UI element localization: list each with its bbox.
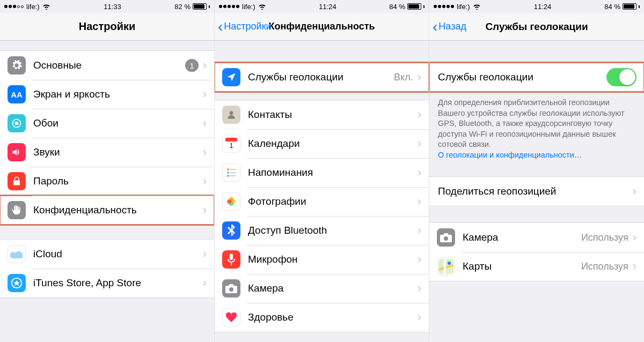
text-size-icon: AA: [8, 85, 26, 103]
chevron-left-icon: ‹: [218, 19, 223, 34]
cloud-icon: [8, 245, 26, 263]
chevron-right-icon: ›: [633, 184, 636, 198]
privacy-link[interactable]: О геолокации и конфиденциальности…: [438, 151, 582, 159]
wallpaper-icon: [8, 114, 26, 132]
wifi-icon: [473, 4, 481, 10]
row-sounds[interactable]: Звуки ›: [0, 138, 214, 167]
row-label: Поделиться геопозицией: [438, 185, 633, 197]
row-passcode[interactable]: Пароль ›: [0, 167, 214, 196]
row-reminders[interactable]: Напоминания ›: [215, 158, 429, 187]
row-icloud[interactable]: iCloud ›: [0, 240, 214, 269]
lock-icon: [8, 172, 26, 190]
row-location-services[interactable]: Службы геолокации Вкл. ›: [215, 63, 429, 92]
row-calendars[interactable]: 1 Календари ›: [215, 129, 429, 158]
row-label: Здоровье: [248, 311, 418, 323]
camera-icon: [222, 279, 240, 298]
carrier-label: life:): [457, 3, 470, 11]
calendar-icon: 1: [222, 135, 240, 153]
svg-point-16: [227, 199, 231, 204]
chevron-right-icon: ›: [203, 58, 207, 72]
svg-point-9: [227, 175, 229, 177]
row-label: Календари: [248, 138, 418, 150]
location-list: Службы геолокации Для определения прибли…: [429, 41, 644, 342]
chevron-right-icon: ›: [418, 166, 421, 180]
row-general[interactable]: Основные 1 ›: [0, 51, 214, 80]
chevron-right-icon: ›: [203, 276, 207, 290]
svg-text:1: 1: [230, 142, 233, 150]
screen-location-services: life:) 11:24 84 % ‹ Назад Службы геолока…: [429, 0, 644, 342]
row-microphone[interactable]: Микрофон ›: [215, 245, 429, 274]
chevron-right-icon: ›: [203, 247, 207, 261]
svg-rect-17: [230, 254, 233, 260]
row-health[interactable]: Здоровье ›: [215, 303, 429, 332]
chevron-right-icon: ›: [633, 231, 636, 244]
row-share-location[interactable]: Поделиться геопозицией ›: [429, 177, 644, 206]
row-detail: Используя: [581, 232, 628, 243]
nav-title: Настройки: [0, 20, 214, 33]
nav-bar: Настройки: [0, 13, 214, 41]
row-itunes[interactable]: iTunes Store, App Store ›: [0, 269, 214, 298]
photos-icon: [222, 192, 240, 211]
nav-bar: ‹ Назад Службы геолокации: [429, 13, 644, 41]
status-bar: life:) 11:33 82 %: [0, 0, 214, 13]
chevron-right-icon: ›: [203, 174, 207, 188]
back-label: Настройки: [224, 21, 271, 32]
row-label: Камера: [463, 232, 581, 243]
heart-icon: [222, 308, 240, 326]
signal-dots-icon: [4, 5, 24, 8]
row-location-toggle[interactable]: Службы геолокации: [429, 63, 644, 92]
chevron-right-icon: ›: [418, 70, 421, 84]
row-label: Службы геолокации: [248, 71, 394, 83]
clock: 11:24: [319, 3, 336, 11]
screen-privacy: life:) 11:24 84 % ‹ Настройки Конфиденци…: [215, 0, 429, 342]
battery-indicator: 84 %: [604, 3, 640, 11]
toggle-switch[interactable]: [606, 68, 636, 86]
row-label: Обои: [33, 117, 203, 129]
clock: 11:33: [104, 3, 121, 11]
row-label: Звуки: [33, 146, 203, 158]
svg-point-8: [227, 172, 229, 174]
row-photos[interactable]: Фотографии ›: [215, 187, 429, 216]
row-label: Напоминания: [248, 167, 418, 179]
row-wallpaper[interactable]: Обои ›: [0, 109, 214, 138]
camera-icon: [437, 228, 455, 247]
carrier-label: life:): [26, 3, 40, 11]
location-description: Для определения приблизительной геопозиц…: [429, 92, 644, 160]
svg-rect-11: [230, 172, 236, 173]
hand-icon: [8, 201, 26, 219]
svg-point-1: [15, 122, 19, 125]
row-contacts[interactable]: Контакты ›: [215, 100, 429, 129]
row-privacy[interactable]: Конфиденциальность ›: [0, 196, 214, 225]
back-button[interactable]: ‹ Назад: [429, 19, 466, 34]
gear-icon: [8, 56, 26, 75]
reminders-icon: [222, 163, 240, 182]
row-label: iCloud: [33, 248, 203, 260]
row-label: Микрофон: [248, 254, 418, 265]
carrier-label: life:): [242, 3, 255, 11]
back-button[interactable]: ‹ Настройки: [215, 19, 272, 34]
speaker-icon: [8, 143, 26, 161]
row-camera[interactable]: Камера ›: [215, 274, 429, 303]
row-bluetooth[interactable]: Доступ Bluetooth ›: [215, 216, 429, 245]
chevron-right-icon: ›: [418, 310, 421, 324]
chevron-right-icon: ›: [418, 108, 421, 122]
badge-count: 1: [185, 59, 198, 72]
wifi-icon: [258, 4, 266, 10]
svg-point-7: [227, 168, 229, 170]
bluetooth-icon: [222, 221, 240, 240]
row-app-camera[interactable]: Камера Используя ›: [429, 223, 644, 252]
row-label: Доступ Bluetooth: [248, 225, 418, 236]
row-label: Контакты: [248, 109, 418, 121]
svg-rect-12: [230, 175, 236, 176]
row-app-maps[interactable]: Карты Используя ›: [429, 252, 644, 281]
back-label: Назад: [438, 21, 466, 32]
row-display[interactable]: AA Экран и яркость ›: [0, 80, 214, 109]
row-label: Пароль: [33, 175, 203, 187]
signal-dots-icon: [434, 5, 454, 8]
nav-bar: ‹ Настройки Конфиденциальность: [215, 13, 429, 41]
wifi-icon: [42, 4, 50, 10]
row-label: Фотографии: [248, 196, 418, 207]
row-detail: Используя: [581, 261, 628, 272]
maps-icon: [437, 257, 455, 276]
chevron-right-icon: ›: [203, 203, 207, 217]
